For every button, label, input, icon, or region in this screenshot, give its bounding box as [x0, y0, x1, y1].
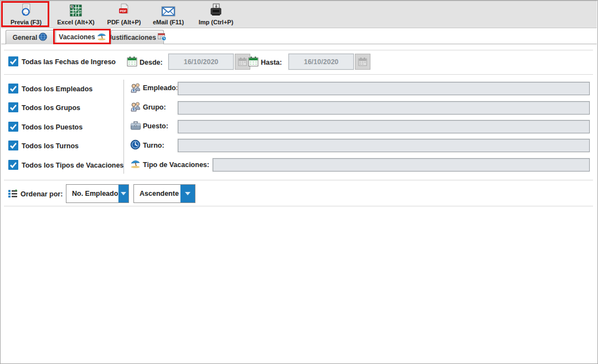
- shift-field-label: Turno:: [143, 142, 164, 149]
- app-window: Previa (F3) x Excel (Alt+X): [0, 0, 598, 364]
- all-shifts-label: Todos los Turnos: [22, 142, 79, 150]
- all-entry-dates-label: Todas las Fechas de Ingreso: [22, 58, 116, 66]
- tab-vacaciones-label: Vacaciones: [59, 33, 95, 41]
- group-input[interactable]: [178, 101, 590, 115]
- sort-direction-dropdown-button[interactable]: [180, 185, 195, 202]
- pdf-button-label: PDF (Alt+P): [107, 19, 141, 25]
- all-vacation-types-checkbox[interactable]: [8, 160, 18, 170]
- group-field-label: Grupo:: [143, 103, 166, 111]
- print-button-label: Imp (Ctrl+P): [199, 19, 234, 25]
- toolbar: Previa (F3) x Excel (Alt+X): [1, 1, 597, 28]
- vacation-type-input[interactable]: [213, 158, 590, 171]
- excel-button-label: Excel (Alt+X): [57, 19, 95, 25]
- employee-input[interactable]: [178, 82, 590, 95]
- tab-justificaciones[interactable]: Justificaciones: [111, 30, 164, 44]
- all-positions-label: Todos los Puestos: [22, 123, 83, 131]
- previa-button-label: Previa (F3): [11, 19, 42, 25]
- schedule-clock-icon: [158, 33, 167, 43]
- pdf-icon: PDF: [117, 3, 131, 18]
- position-field-label: Puesto:: [143, 122, 168, 130]
- all-positions-checkbox[interactable]: [8, 122, 18, 132]
- sort-direction-value: Ascendente: [134, 190, 180, 197]
- tab-justificaciones-label: Justificaciones: [108, 34, 156, 41]
- vertical-divider: [123, 80, 124, 174]
- sort-icon: [8, 189, 19, 200]
- all-employees-label: Todos los Empleados: [22, 85, 92, 93]
- tab-bar: General Vacaciones: [1, 29, 597, 44]
- all-shifts-checkbox[interactable]: [8, 141, 18, 150]
- sort-by-select[interactable]: No. Empleado: [66, 184, 129, 203]
- preview-icon: [19, 3, 33, 18]
- sort-by-value: No. Empleado: [66, 190, 118, 197]
- position-input[interactable]: [178, 120, 590, 133]
- to-date-input[interactable]: [288, 54, 354, 70]
- print-button[interactable]: Imp (Ctrl+P): [193, 2, 239, 27]
- email-button[interactable]: eMail (F11): [146, 2, 190, 27]
- globe-icon: [39, 33, 47, 43]
- beach-umbrella-icon: [97, 32, 106, 42]
- position-icon: [130, 121, 141, 132]
- calendar-icon: [127, 56, 138, 67]
- calendar-icon: [248, 56, 259, 67]
- employees-icon: [130, 82, 141, 93]
- shift-input[interactable]: [178, 139, 590, 152]
- employee-field-label: Empleado:: [143, 84, 178, 92]
- all-vacation-types-label: Todos los Tipos de Vacaciones: [22, 162, 123, 169]
- excel-button[interactable]: x Excel (Alt+X): [53, 2, 99, 27]
- tab-general-label: General: [13, 34, 38, 41]
- tab-vacaciones[interactable]: Vacaciones: [55, 29, 110, 44]
- printer-icon: [209, 3, 223, 18]
- pdf-button[interactable]: PDF PDF (Alt+P): [102, 2, 146, 27]
- email-button-label: eMail (F11): [153, 19, 184, 25]
- separator: [4, 180, 593, 181]
- svg-text:x: x: [71, 4, 73, 8]
- previa-button[interactable]: Previa (F3): [3, 2, 49, 27]
- sort-by-dropdown-button[interactable]: [118, 185, 128, 202]
- all-groups-checkbox[interactable]: [8, 102, 18, 112]
- chevron-down-icon: [185, 192, 190, 195]
- all-employees-checkbox[interactable]: [8, 84, 18, 93]
- group-icon: [130, 101, 141, 112]
- excel-icon: x: [69, 3, 83, 18]
- tab-general[interactable]: General: [6, 30, 54, 44]
- chevron-down-icon: [121, 192, 126, 195]
- separator: [4, 50, 593, 51]
- to-date-calendar-button[interactable]: [355, 54, 370, 70]
- vacation-type-field-label: Tipo de Vacaciones:: [143, 161, 209, 169]
- email-icon: [161, 3, 176, 18]
- vacation-type-icon: [130, 159, 141, 170]
- all-entry-dates-checkbox[interactable]: [8, 56, 18, 66]
- separator: [4, 206, 593, 207]
- sort-by-label: Ordenar por:: [20, 190, 63, 198]
- svg-text:PDF: PDF: [120, 9, 127, 13]
- sort-direction-select[interactable]: Ascendente: [133, 184, 195, 203]
- from-date-input[interactable]: [168, 54, 234, 70]
- separator: [4, 74, 593, 75]
- shift-clock-icon: [130, 139, 141, 150]
- from-date-label: Desde:: [140, 59, 163, 66]
- all-groups-label: Todos los Grupos: [22, 104, 80, 112]
- to-date-label: Hasta:: [261, 59, 282, 66]
